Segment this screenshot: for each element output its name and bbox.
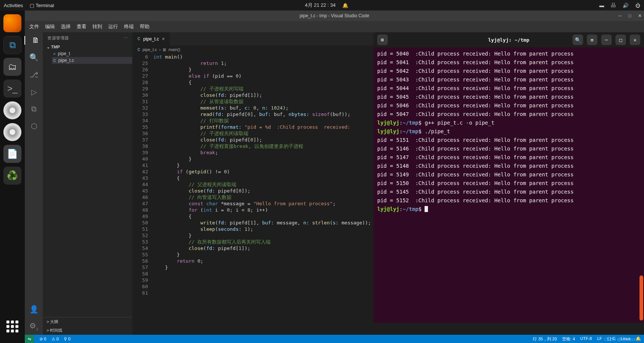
terminal-header[interactable]: ⊞ lyj@lyj: ~/tmp 🔍 ≡ ─ □ ✕ — [373, 32, 644, 47]
gear-icon[interactable]: ⚙1 — [25, 321, 43, 331]
hamburger-icon[interactable]: ≡ — [587, 35, 597, 45]
term-minimize-icon[interactable]: ─ — [601, 35, 612, 45]
new-tab-icon[interactable]: ⊞ — [377, 35, 388, 45]
vscode-window: pipe_t.c - tmp - Visual Studio Code ─ □ … — [25, 11, 644, 343]
activities-button[interactable]: Activities — [4, 3, 23, 8]
sidebar-more-icon[interactable]: ⋯ — [124, 36, 128, 41]
clock[interactable]: 4月 21 22 : 34 — [305, 2, 336, 9]
dock-terminal-icon[interactable]: >_ — [3, 80, 21, 98]
dock-files-icon[interactable]: 🗂 — [3, 58, 21, 76]
outline-section[interactable]: > 大纲 — [43, 317, 132, 326]
maximize-icon[interactable]: □ — [629, 13, 631, 18]
indent-setting[interactable]: 空格: 4 — [562, 336, 575, 342]
term-close-icon[interactable]: ✕ — [630, 35, 640, 45]
c-file-icon: C — [138, 48, 140, 52]
app-menu[interactable]: ▢ Terminal — [30, 3, 54, 8]
terminal-body[interactable]: pid = 5040 :Child process received: Hell… — [373, 47, 644, 323]
volume-icon[interactable]: 🔊 — [623, 3, 629, 8]
errors-count[interactable]: ⊘ 0 — [39, 337, 46, 341]
tab-label: pipe_t.c — [143, 36, 159, 42]
close-icon[interactable]: ✕ — [638, 13, 642, 18]
power-icon[interactable]: ⏻ — [635, 3, 640, 8]
tab-close-icon[interactable]: × — [162, 36, 165, 42]
gnome-terminal-window: ⊞ lyj@lyj: ~/tmp 🔍 ≡ ─ □ ✕ pid = 5040 :C… — [373, 32, 644, 323]
cursor-position[interactable]: 行 35，列 20 — [533, 336, 557, 342]
extensions-icon[interactable]: ⧉ — [25, 105, 43, 113]
timeline-section[interactable]: > 时间线 — [43, 326, 132, 335]
tab-pipe_t-c[interactable]: C pipe_t.c × — [132, 32, 170, 45]
remote-button[interactable]: ⇋ — [25, 335, 34, 343]
explorer-sidebar: 资源管理器 ⋯ ⌄ TMP ≡ pipe_t C pipe_t.c > 大纲 >… — [43, 32, 132, 335]
statusbar: ⇋ ⊘ 0 ⚠ 0 ⚲ 0 行 35，列 20 空格: 4 UTF-8 LF {… — [25, 335, 644, 343]
menu-select[interactable]: 选择 — [61, 23, 71, 30]
dock-firefox-icon[interactable] — [3, 14, 21, 32]
menu-help[interactable]: 帮助 — [140, 23, 150, 30]
encoding[interactable]: UTF-8 — [580, 336, 592, 342]
scm-icon[interactable]: ⎇ — [25, 70, 43, 79]
breadcrumb-fn[interactable]: main() — [168, 47, 180, 52]
breadcrumb-file[interactable]: pipe_t.c — [142, 47, 157, 52]
menu-edit[interactable]: 编辑 — [45, 23, 55, 30]
remote-icon[interactable]: ⬡ — [25, 122, 43, 131]
vscode-menubar: 文件 编辑 选择 查看 转到 运行 终端 帮助 — [25, 21, 644, 32]
menu-run[interactable]: 运行 — [108, 23, 118, 30]
editor-area: C pipe_t.c × C pipe_t.c › ⊞ main() 62526… — [132, 32, 644, 335]
dock-vscode-icon[interactable]: ⧉ — [3, 36, 21, 54]
warnings-count[interactable]: ⚠ 0 — [51, 337, 59, 341]
minimize-icon[interactable]: ─ — [618, 13, 622, 18]
file-item-pipe_t[interactable]: ≡ pipe_t — [52, 50, 132, 57]
eol[interactable]: LF — [597, 336, 602, 342]
terminal-scrollbar[interactable] — [639, 56, 643, 320]
vscode-titlebar[interactable]: pipe_t.c - tmp - Visual Studio Code ─ □ … — [25, 11, 644, 21]
dock-trash-icon[interactable]: ♻️ — [3, 167, 21, 185]
radio-count[interactable]: ⚲ 0 — [64, 337, 70, 341]
activity-bar: 🗎 🔍 ⎇ ▷ ⧉ ⬡ 👤 ⚙1 — [25, 32, 43, 335]
explorer-icon[interactable]: 🗎 — [24, 36, 42, 45]
debug-icon[interactable]: ▷ — [25, 87, 43, 96]
file-item-pipe_t-c[interactable]: C pipe_t.c — [52, 57, 132, 64]
watermark: CSDN @LyaJpunov — [604, 337, 641, 341]
dock-text-editor-icon[interactable]: 📄 — [3, 145, 21, 163]
account-icon[interactable]: 👤 — [25, 305, 43, 314]
c-file-icon: C — [138, 37, 140, 41]
menu-file[interactable]: 文件 — [29, 23, 39, 30]
battery-icon: ▬ — [599, 3, 604, 8]
dock-disc2-icon[interactable] — [3, 123, 21, 141]
sidebar-title: 资源管理器 — [47, 35, 69, 41]
menu-view[interactable]: 查看 — [77, 23, 86, 30]
notification-icon[interactable]: 🔔 — [342, 3, 348, 8]
search-icon[interactable]: 🔍 — [25, 53, 43, 62]
file-label: pipe_t — [58, 51, 70, 56]
c-file-icon: C — [53, 59, 56, 63]
function-icon: ⊞ — [163, 47, 166, 52]
dock-disc1-icon[interactable] — [3, 101, 21, 119]
term-maximize-icon[interactable]: □ — [615, 35, 626, 45]
binary-file-icon: ≡ — [53, 52, 56, 56]
file-label: pipe_t.c — [58, 58, 74, 63]
menu-goto[interactable]: 转到 — [92, 23, 102, 30]
ubuntu-dock: ⧉ 🗂 >_ 📄 ♻️ — [0, 11, 25, 343]
show-apps-icon[interactable] — [3, 317, 21, 335]
network-icon[interactable]: 品 — [611, 2, 616, 9]
window-title: pipe_t.c - tmp - Visual Studio Code — [299, 13, 369, 18]
folder-header[interactable]: ⌄ TMP — [43, 44, 132, 50]
gnome-top-bar: Activities ▢ Terminal 4月 21 22 : 34 🔔 ▬ … — [0, 0, 644, 11]
search-icon[interactable]: 🔍 — [573, 35, 583, 45]
menu-terminal[interactable]: 终端 — [124, 23, 134, 30]
breadcrumb-sep: › — [159, 47, 161, 52]
